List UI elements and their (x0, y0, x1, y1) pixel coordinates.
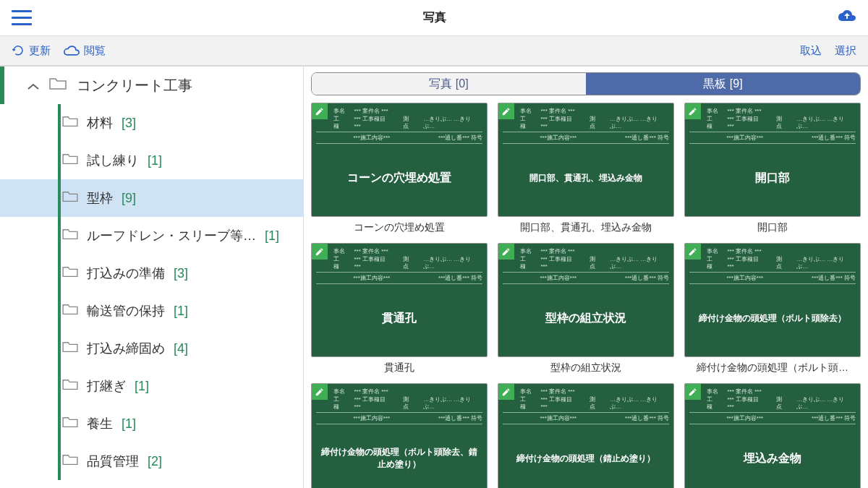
board-title: 締付け金物の頭処理（ボルト頭除去） (689, 284, 856, 352)
board-title: 貫通孔 (316, 284, 482, 352)
sidebar-item[interactable]: 品質管理 [2] (0, 442, 303, 480)
sidebar-item-label: 打継ぎ (87, 377, 126, 395)
board-content-label: ***施工内容*** ***通し番*** 符号 (316, 272, 482, 284)
blackboard-image: 事名 *** 案件名 *** 工 種 *** 工事種目 *** 測 点 …きりぶ… (498, 383, 674, 488)
sidebar-item[interactable]: 試し練り [1] (0, 142, 303, 179)
edit-corner-icon[interactable] (685, 103, 701, 119)
sidebar-item[interactable]: 養生 [1] (0, 405, 303, 442)
sidebar-item[interactable]: 打込み締固め [4] (0, 330, 303, 367)
sidebar: コンクリート工事 材料 [3] 試し練り [1] 型枠 [9] ルーフドレン・ス… (0, 67, 304, 488)
tree-root[interactable]: コンクリート工事 (0, 67, 303, 104)
board-header: 事名 *** 案件名 *** 工 種 *** 工事種目 *** 測 点 …きりぶ… (689, 108, 856, 130)
board-header: 事名 *** 案件名 *** 工 種 *** 工事種目 *** 測 点 …きりぶ… (316, 248, 482, 270)
folder-icon (62, 190, 78, 207)
sidebar-item-label: 打込みの準備 (87, 265, 165, 282)
sidebar-item[interactable]: 打込みの準備 [3] (0, 254, 303, 292)
blackboard-card[interactable]: 事名 *** 案件名 *** 工 種 *** 工事種目 *** 測 点 …きりぶ… (311, 383, 488, 488)
board-content-label: ***施工内容*** ***通し番*** 符号 (503, 272, 669, 284)
browse-button[interactable]: 閲覧 (64, 44, 106, 58)
folder-icon (49, 77, 67, 95)
tab-photo[interactable]: 写真 [0] (312, 73, 586, 95)
blackboard-card[interactable]: 事名 *** 案件名 *** 工 種 *** 工事種目 *** 測 点 …きりぶ… (498, 103, 674, 236)
blackboard-card[interactable]: 事名 *** 案件名 *** 工 種 *** 工事種目 *** 測 点 …きりぶ… (684, 243, 861, 376)
board-title: 埋込み金物 (689, 424, 856, 488)
sidebar-item[interactable]: 輸送管の保持 [1] (0, 292, 303, 330)
cloud-upload-icon[interactable] (838, 9, 856, 27)
board-header: 事名 *** 案件名 *** 工 種 *** 工事種目 *** 測 点 …きりぶ… (316, 388, 482, 411)
segmented-control: 写真 [0] 黒板 [9] (311, 72, 861, 95)
board-content-label: ***施工内容*** ***通し番*** 符号 (503, 412, 669, 424)
blackboard-card[interactable]: 事名 *** 案件名 *** 工 種 *** 工事種目 *** 測 点 …きりぶ… (684, 103, 861, 236)
sidebar-item[interactable]: 型枠 [9] (0, 179, 303, 217)
sidebar-item-count: [2] (148, 454, 162, 469)
folder-icon (62, 341, 78, 357)
sidebar-item-count: [3] (174, 266, 188, 281)
edit-corner-icon[interactable] (498, 384, 514, 400)
blackboard-card[interactable]: 事名 *** 案件名 *** 工 種 *** 工事種目 *** 測 点 …きりぶ… (311, 103, 488, 236)
blackboard-card[interactable]: 事名 *** 案件名 *** 工 種 *** 工事種目 *** 測 点 …きりぶ… (684, 383, 861, 488)
blackboard-image: 事名 *** 案件名 *** 工 種 *** 工事種目 *** 測 点 …きりぶ… (311, 383, 488, 488)
folder-icon (62, 115, 78, 132)
folder-icon (62, 378, 78, 395)
board-title: 締付け金物の頭処理（ボルト頭除去、錆止め塗り） (316, 424, 482, 488)
card-caption: 貫通孔 (311, 357, 488, 376)
card-caption: 締付け金物の頭処理（ボルト頭… (684, 357, 861, 376)
card-grid: 事名 *** 案件名 *** 工 種 *** 工事種目 *** 測 点 …きりぶ… (311, 103, 861, 488)
refresh-label: 更新 (29, 44, 51, 58)
board-title: 締付け金物の頭処理（錆止め塗り） (503, 424, 669, 488)
select-button[interactable]: 選択 (835, 44, 856, 58)
sidebar-item-count: [1] (174, 304, 188, 319)
blackboard-card[interactable]: 事名 *** 案件名 *** 工 種 *** 工事種目 *** 測 点 …きりぶ… (498, 243, 674, 376)
sidebar-item[interactable]: 材料 [3] (0, 104, 303, 142)
sidebar-item-label: 型枠 (87, 189, 113, 207)
board-content-label: ***施工内容*** ***通し番*** 符号 (689, 412, 856, 424)
edit-corner-icon[interactable] (312, 244, 328, 260)
edit-corner-icon[interactable] (498, 244, 514, 260)
sidebar-item-count: [1] (135, 379, 149, 394)
board-title: 開口部 (689, 144, 856, 212)
folder-icon (62, 416, 78, 432)
edit-corner-icon[interactable] (312, 103, 328, 119)
refresh-button[interactable]: 更新 (12, 44, 51, 58)
sidebar-item-count: [1] (148, 153, 162, 168)
import-button[interactable]: 取込 (800, 44, 822, 58)
main-panel: 写真 [0] 黒板 [9] 事名 *** 案件名 *** 工 種 *** 工事種… (304, 67, 868, 488)
tab-blackboard[interactable]: 黒板 [9] (586, 73, 860, 95)
board-title: 型枠の組立状況 (503, 284, 669, 352)
folder-icon (62, 153, 78, 169)
sidebar-item-count: [1] (122, 416, 136, 432)
content-area: コンクリート工事 材料 [3] 試し練り [1] 型枠 [9] ルーフドレン・ス… (0, 67, 868, 488)
sidebar-item-label: ルーフドレン・スリーブ等… (87, 227, 256, 244)
board-header: 事名 *** 案件名 *** 工 種 *** 工事種目 *** 測 点 …きりぶ… (316, 108, 482, 130)
edit-corner-icon[interactable] (685, 384, 701, 400)
blackboard-image: 事名 *** 案件名 *** 工 種 *** 工事種目 *** 測 点 …きりぶ… (498, 243, 674, 357)
board-content-label: ***施工内容*** ***通し番*** 符号 (689, 132, 856, 144)
sidebar-item[interactable]: 打継ぎ [1] (0, 367, 303, 405)
folder-icon (62, 265, 78, 282)
blackboard-card[interactable]: 事名 *** 案件名 *** 工 種 *** 工事種目 *** 測 点 …きりぶ… (311, 243, 488, 376)
cloud-icon (64, 45, 80, 56)
board-title: 開口部、貫通孔、埋込み金物 (503, 144, 669, 212)
blackboard-image: 事名 *** 案件名 *** 工 種 *** 工事種目 *** 測 点 …きりぶ… (684, 103, 861, 217)
blackboard-image: 事名 *** 案件名 *** 工 種 *** 工事種目 *** 測 点 …きりぶ… (684, 243, 861, 357)
sidebar-item-label: 試し練り (87, 152, 139, 169)
edit-corner-icon[interactable] (312, 384, 328, 400)
board-header: 事名 *** 案件名 *** 工 種 *** 工事種目 *** 測 点 …きりぶ… (503, 388, 669, 411)
folder-icon (62, 453, 78, 470)
chevron-up-icon[interactable] (27, 77, 39, 94)
tree-root-label: コンクリート工事 (77, 76, 192, 95)
blackboard-card[interactable]: 事名 *** 案件名 *** 工 種 *** 工事種目 *** 測 点 …きりぶ… (498, 383, 674, 488)
browse-label: 閲覧 (84, 44, 106, 58)
sidebar-item-label: 打込み締固め (87, 340, 165, 357)
sidebar-item-label: 材料 (87, 114, 113, 132)
accent-bar (0, 67, 4, 104)
hamburger-menu-icon[interactable] (12, 10, 32, 26)
edit-corner-icon[interactable] (685, 244, 701, 260)
card-caption: コーンの穴埋め処置 (311, 217, 488, 236)
sidebar-item[interactable]: ルーフドレン・スリーブ等… [1] (0, 217, 303, 254)
board-header: 事名 *** 案件名 *** 工 種 *** 工事種目 *** 測 点 …きりぶ… (503, 108, 669, 130)
edit-corner-icon[interactable] (498, 103, 514, 119)
card-caption: 開口部 (684, 217, 861, 236)
app-header: 写真 (0, 0, 868, 36)
board-content-label: ***施工内容*** ***通し番*** 符号 (689, 272, 856, 284)
